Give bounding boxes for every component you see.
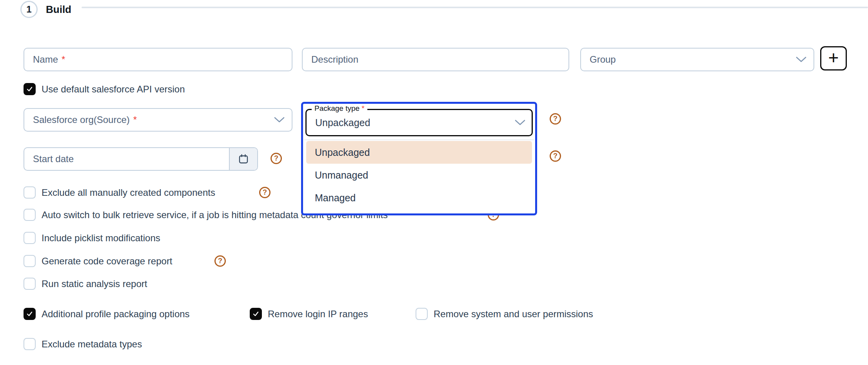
plus-icon: + [828,49,839,67]
option-unpackaged[interactable]: Unpackaged [306,141,532,164]
chevron-down-icon [274,117,285,123]
menu-divider [304,139,534,140]
calendar-button[interactable] [229,148,257,170]
static-analysis-checkbox[interactable] [24,278,36,290]
remove-permissions-checkbox[interactable] [416,308,428,320]
step-number: 1 [26,4,31,15]
required-asterisk: * [62,54,65,65]
use-default-api-label[interactable]: Use default salesforce API version [42,83,185,95]
additional-profile-checkbox[interactable] [24,308,36,320]
add-group-button[interactable]: + [820,46,847,70]
required-asterisk: * [133,114,137,125]
description-placeholder: Description [311,54,358,65]
step-title: Build [46,4,71,16]
option-unmanaged[interactable]: Unmanaged [306,164,532,186]
exclude-manual-checkbox[interactable] [24,186,36,199]
remove-login-ip-checkbox[interactable] [250,308,262,320]
include-picklist-label[interactable]: Include picklist modifications [42,232,160,244]
group-select[interactable]: Group [580,48,814,71]
exclude-metadata-label[interactable]: Exclude metadata types [42,338,142,350]
chevron-down-icon [515,119,525,126]
step-indicator-1[interactable]: 1 [20,1,38,18]
exclude-manual-help question-mark-icon[interactable]: ? [259,187,271,198]
package-type-help question-mark-icon[interactable]: ? [550,113,561,125]
required-asterisk: * [361,104,364,112]
remove-permissions-label[interactable]: Remove system and user permissions [434,308,593,320]
start-date-help question-mark-icon[interactable]: ? [271,153,282,164]
code-coverage-label[interactable]: Generate code coverage report [42,255,173,267]
name-placeholder: Name [33,54,58,65]
start-date-placeholder: Start date [33,154,74,164]
include-picklist-checkbox[interactable] [24,232,36,244]
package-type-dropdown: Package type* Unpackaged Unpackaged Unma… [301,102,537,215]
use-default-api-checkbox[interactable] [24,83,36,95]
additional-profile-label[interactable]: Additional profile packaging options [42,308,190,320]
dropdown-help question-mark-icon[interactable]: ? [550,150,561,162]
build-step-form: 1 Build Name * Description Group + Use d… [0,0,868,365]
calendar-icon [238,154,249,164]
checkmark-icon [26,85,33,93]
checkmark-icon [252,310,260,318]
package-type-label: Package type* [312,104,367,113]
package-type-value: Unpackaged [315,117,370,128]
package-type-select[interactable]: Unpackaged [305,109,533,136]
remove-login-ip-label[interactable]: Remove login IP ranges [268,308,368,320]
exclude-metadata-checkbox[interactable] [24,338,36,350]
step-divider [82,7,868,8]
static-analysis-label[interactable]: Run static analysis report [42,278,147,290]
group-placeholder: Group [590,54,616,65]
option-managed[interactable]: Managed [306,186,532,209]
description-input[interactable]: Description [302,48,569,71]
code-coverage-checkbox[interactable] [24,255,36,267]
exclude-manual-label[interactable]: Exclude all manually created components [42,186,215,199]
chevron-down-icon [796,56,806,63]
code-coverage-help question-mark-icon[interactable]: ? [214,255,226,267]
name-input[interactable]: Name * [24,48,292,71]
salesforce-org-select[interactable]: Salesforce org(Source) * [24,108,292,132]
start-date-input[interactable]: Start date [24,147,258,171]
salesforce-org-placeholder: Salesforce org(Source) [33,114,130,125]
checkmark-icon [26,310,33,318]
auto-switch-checkbox[interactable] [24,209,36,221]
